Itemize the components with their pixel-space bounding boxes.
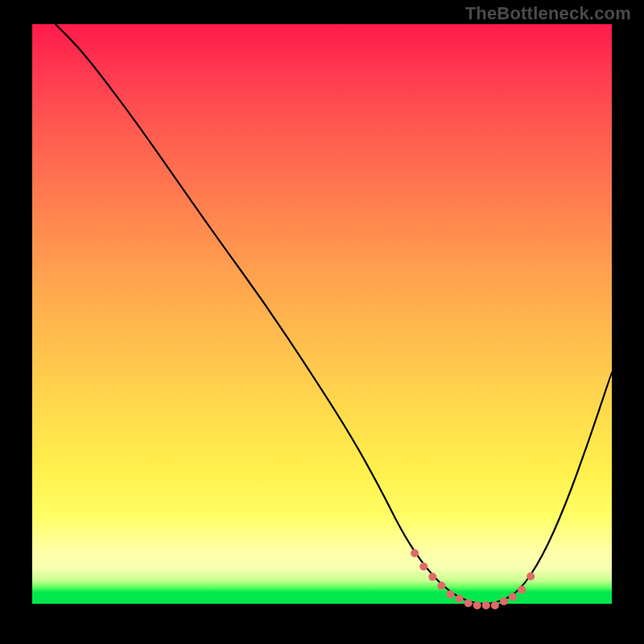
bottleneck-curve-path (56, 24, 612, 604)
optimal-marker-dot (419, 563, 427, 571)
plot-area (32, 24, 612, 604)
optimal-marker-dot (428, 573, 436, 581)
optimal-markers (411, 549, 535, 609)
optimal-marker-dot (456, 595, 464, 603)
optimal-marker-dot (500, 597, 508, 605)
optimal-marker-dot (526, 572, 535, 580)
optimal-marker-dot (447, 590, 455, 598)
optimal-marker-dot (437, 582, 445, 590)
optimal-marker-dot (464, 599, 473, 607)
optimal-marker-dot (509, 593, 517, 601)
optimal-marker-dot (518, 586, 526, 594)
optimal-marker-dot (411, 549, 419, 557)
chart-frame: TheBottleneck.com (0, 0, 644, 644)
watermark-text: TheBottleneck.com (465, 3, 631, 24)
curve-svg (32, 24, 612, 604)
optimal-marker-dot (482, 601, 490, 609)
optimal-marker-dot (473, 601, 481, 609)
optimal-marker-dot (491, 601, 499, 609)
